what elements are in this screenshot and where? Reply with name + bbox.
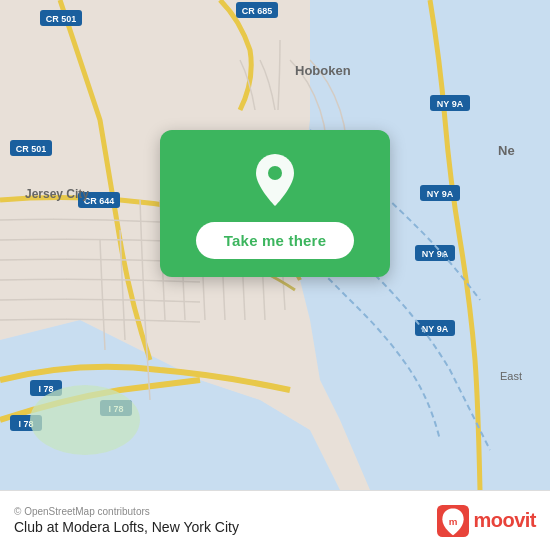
moovit-brand-text: moovit [473, 509, 536, 532]
moovit-brand-icon: m [437, 505, 469, 537]
svg-text:m: m [449, 515, 458, 526]
svg-point-29 [30, 385, 140, 455]
bottom-bar: © OpenStreetMap contributors Club at Mod… [0, 490, 550, 550]
action-card: Take me there [160, 130, 390, 277]
svg-text:Jersey City: Jersey City [25, 187, 89, 201]
svg-text:Ne: Ne [498, 143, 515, 158]
location-icon-wrapper [247, 152, 303, 208]
svg-text:NY 9A: NY 9A [427, 189, 454, 199]
svg-text:East: East [500, 370, 522, 382]
svg-text:CR 501: CR 501 [16, 144, 47, 154]
svg-text:CR 685: CR 685 [242, 6, 273, 16]
moovit-logo: m moovit [437, 505, 536, 537]
svg-text:Hoboken: Hoboken [295, 63, 351, 78]
bottom-left: © OpenStreetMap contributors Club at Mod… [14, 506, 239, 535]
map-view: I 78 I 78 I 78 CR 501 CR 501 CR 644 CR 6… [0, 0, 550, 490]
take-me-there-button[interactable]: Take me there [196, 222, 354, 259]
svg-text:CR 501: CR 501 [46, 14, 77, 24]
map-attribution: © OpenStreetMap contributors [14, 506, 239, 517]
location-pin-icon [251, 152, 299, 208]
location-name: Club at Modera Lofts, New York City [14, 519, 239, 535]
svg-point-30 [268, 166, 282, 180]
svg-text:NY 9A: NY 9A [437, 99, 464, 109]
svg-text:NY 9A: NY 9A [422, 324, 449, 334]
